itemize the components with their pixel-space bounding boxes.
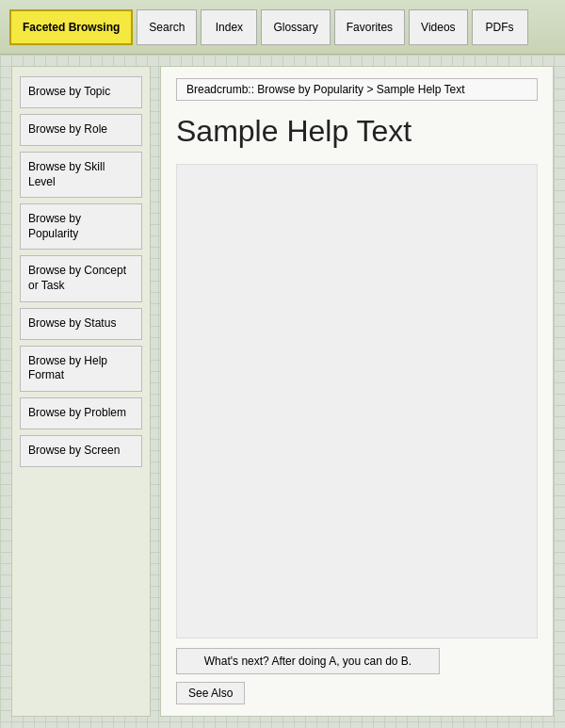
- main-content-panel: Breadcrumb:: Browse by Popularity > Samp…: [160, 66, 554, 717]
- sidebar-btn-browse-by-status[interactable]: Browse by Status: [20, 308, 142, 340]
- page-title: Sample Help Text: [176, 114, 538, 149]
- sidebar-btn-browse-by-screen[interactable]: Browse by Screen: [20, 435, 142, 467]
- sidebar-btn-browse-by-skill-level[interactable]: Browse by Skill Level: [20, 152, 142, 198]
- top-nav-bar: Faceted BrowsingSearchIndexGlossaryFavor…: [0, 0, 565, 55]
- nav-tab-index[interactable]: Index: [201, 9, 257, 45]
- see-also-button[interactable]: See Also: [176, 682, 245, 704]
- sidebar-btn-browse-by-concept-or-task[interactable]: Browse by Concept or Task: [20, 255, 142, 301]
- sidebar: Browse by TopicBrowse by RoleBrowse by S…: [11, 66, 151, 717]
- nav-tab-glossary[interactable]: Glossary: [261, 9, 330, 45]
- main-grid-area: Browse by TopicBrowse by RoleBrowse by S…: [0, 55, 565, 728]
- content-body: [176, 164, 538, 639]
- nav-tab-favorites[interactable]: Favorites: [334, 9, 405, 45]
- nav-tab-pdfs[interactable]: PDFs: [472, 9, 528, 45]
- sidebar-btn-browse-by-popularity[interactable]: Browse by Popularity: [20, 203, 142, 250]
- bottom-section: What's next? After doing A, you can do B…: [176, 648, 538, 704]
- nav-tab-search[interactable]: Search: [137, 9, 197, 45]
- breadcrumb: Breadcrumb:: Browse by Popularity > Samp…: [176, 78, 538, 101]
- nav-tab-videos[interactable]: Videos: [409, 9, 467, 45]
- nav-tab-faceted-browsing[interactable]: Faceted Browsing: [9, 9, 133, 45]
- sidebar-btn-browse-by-problem[interactable]: Browse by Problem: [20, 397, 142, 429]
- whats-next-box: What's next? After doing A, you can do B…: [176, 648, 440, 674]
- sidebar-btn-browse-by-role[interactable]: Browse by Role: [20, 114, 142, 146]
- sidebar-btn-browse-by-help-format[interactable]: Browse by Help Format: [20, 346, 142, 392]
- sidebar-btn-browse-by-topic[interactable]: Browse by Topic: [20, 76, 142, 108]
